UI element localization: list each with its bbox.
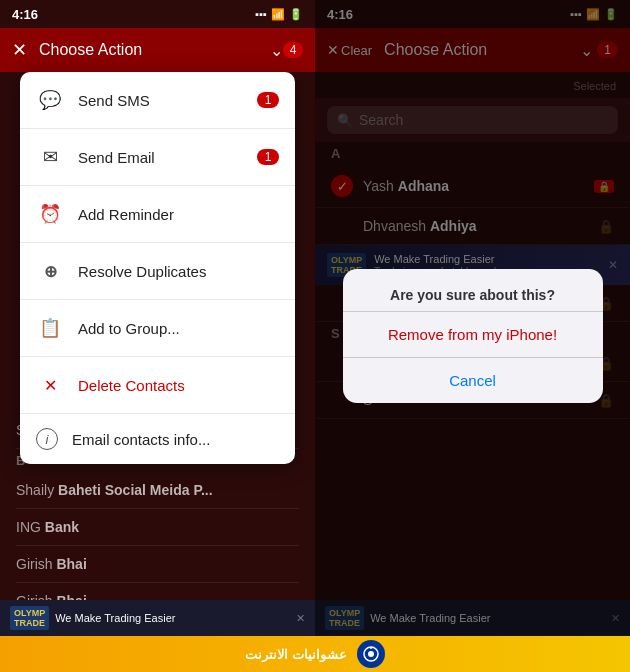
resolve-duplicates-icon: ⊕	[36, 257, 64, 285]
send-email-label: Send Email	[78, 149, 257, 166]
cancel-button[interactable]: Cancel	[343, 358, 603, 403]
menu-item-resolve-duplicates[interactable]: ⊕ Resolve Duplicates	[20, 243, 295, 300]
email-info-label: Email contacts info...	[72, 431, 279, 448]
battery-icon: 🔋	[289, 8, 303, 21]
menu-item-delete-contacts[interactable]: ✕ Delete Contacts	[20, 357, 295, 414]
delete-contacts-icon: ✕	[36, 371, 64, 399]
left-panel: 4:16 ▪▪▪ 📶 🔋 ✕ Choose Action ⌄ 4 💬 Send …	[0, 0, 315, 672]
bottom-bar-logo	[357, 640, 385, 668]
dropdown-menu: 💬 Send SMS 1 ✉ Send Email 1 ⏰ Add Remind…	[20, 72, 295, 464]
menu-item-add-reminder[interactable]: ⏰ Add Reminder	[20, 186, 295, 243]
menu-item-send-sms[interactable]: 💬 Send SMS 1	[20, 72, 295, 129]
left-header-title: Choose Action	[27, 28, 270, 72]
wifi-icon: 📶	[271, 8, 285, 21]
left-contact-girish1: Girish Bhai	[16, 546, 299, 583]
left-header-bar: ✕ Choose Action ⌄ 4	[0, 28, 315, 72]
svg-point-1	[368, 651, 374, 657]
email-info-icon: i	[36, 428, 58, 450]
delete-contacts-label: Delete Contacts	[78, 377, 279, 394]
left-banner-logo: OLYMPTRADE	[10, 606, 49, 630]
left-banner-close[interactable]: ✕	[296, 612, 305, 625]
send-email-icon: ✉	[36, 143, 64, 171]
left-contact-ing: ING Bank	[16, 509, 299, 546]
menu-item-add-to-group[interactable]: 📋 Add to Group...	[20, 300, 295, 357]
left-ad-banner: OLYMPTRADE We Make Trading Easier ✕	[0, 600, 315, 636]
signal-icon: ▪▪▪	[255, 8, 267, 20]
remove-button[interactable]: Remove from my iPhone!	[343, 312, 603, 358]
left-status-time: 4:16	[12, 7, 38, 22]
bottom-bar-text: عشوانيات الانترنت	[245, 647, 347, 662]
dialog-title: Are you sure about this?	[343, 269, 603, 311]
left-close-button[interactable]: ✕	[12, 39, 27, 61]
send-email-badge: 1	[257, 149, 279, 165]
confirm-dialog: Are you sure about this? Remove from my …	[343, 269, 603, 403]
left-status-bar: 4:16 ▪▪▪ 📶 🔋	[0, 0, 315, 28]
add-to-group-icon: 📋	[36, 314, 64, 342]
menu-item-email-info[interactable]: i Email contacts info...	[20, 414, 295, 464]
send-sms-icon: 💬	[36, 86, 64, 114]
left-contact-shaily: Shaily Baheti Social Meida P...	[16, 472, 299, 509]
dialog-overlay: Are you sure about this? Remove from my …	[315, 0, 630, 672]
left-status-icons: ▪▪▪ 📶 🔋	[255, 8, 303, 21]
send-sms-badge: 1	[257, 92, 279, 108]
add-to-group-label: Add to Group...	[78, 320, 279, 337]
left-banner-text: We Make Trading Easier	[55, 612, 175, 624]
add-reminder-label: Add Reminder	[78, 206, 279, 223]
resolve-duplicates-label: Resolve Duplicates	[78, 263, 279, 280]
left-chevron-icon[interactable]: ⌄	[270, 41, 283, 60]
right-panel: 4:16 ▪▪▪ 📶 🔋 ✕ Clear Choose Action ⌄ 1 S…	[315, 0, 630, 672]
bottom-branding-bar: عشوانيات الانترنت	[0, 636, 630, 672]
send-sms-label: Send SMS	[78, 92, 257, 109]
left-header-badge: 4	[283, 42, 303, 58]
menu-item-send-email[interactable]: ✉ Send Email 1	[20, 129, 295, 186]
add-reminder-icon: ⏰	[36, 200, 64, 228]
